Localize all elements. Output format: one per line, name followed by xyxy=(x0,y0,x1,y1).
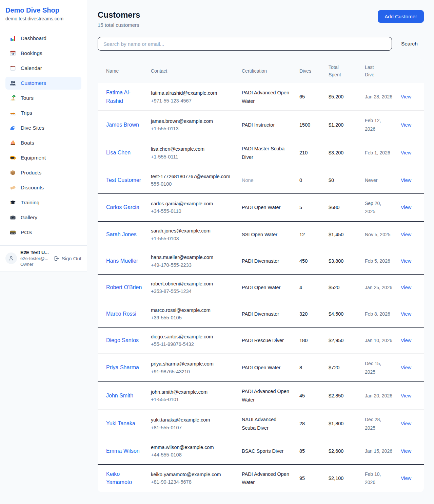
customer-email: carlos.garcia@example.com xyxy=(151,200,234,207)
customers-table-body: Fatima Al-Rashid fatima.alrashid@example… xyxy=(98,83,424,492)
sailboat-icon xyxy=(9,139,16,146)
customer-name-link[interactable]: Marco Rossi xyxy=(106,310,136,318)
customer-email: james.brown@example.com xyxy=(151,117,234,125)
customer-dives: 95 xyxy=(299,475,305,481)
view-customer-link[interactable]: View xyxy=(401,393,411,398)
customer-email: diego.santos@example.com xyxy=(151,333,234,340)
table-row: John Smith john.smith@example.com +1-555… xyxy=(98,382,424,410)
view-customer-link[interactable]: View xyxy=(401,150,411,155)
customer-phone: +1-555-0101 xyxy=(151,396,234,403)
customer-name-link[interactable]: Diego Santos xyxy=(106,336,139,345)
customer-name-link[interactable]: Test Customer xyxy=(106,176,141,185)
sign-out-icon xyxy=(54,256,59,261)
customer-name-link[interactable]: James Brown xyxy=(106,121,139,129)
view-customer-link[interactable]: View xyxy=(401,285,411,290)
sidebar-item-label: Trips xyxy=(21,110,32,116)
sidebar-item-trips[interactable]: Trips xyxy=(5,107,81,119)
customer-total-spent: $3,800 xyxy=(329,258,343,264)
column-header-last-dive: Last Dive xyxy=(361,59,397,83)
column-header-total-spent: Total Spent xyxy=(324,59,361,83)
customer-name-link[interactable]: Robert O'Brien xyxy=(106,283,142,292)
add-customer-button[interactable]: Add Customer xyxy=(378,10,424,23)
search-button[interactable]: Search xyxy=(401,41,418,47)
page-title: Customers xyxy=(98,10,140,20)
customer-last-dive: Nov 5, 2025 xyxy=(365,232,391,237)
search-row: Search xyxy=(98,37,424,51)
customer-dives: 8 xyxy=(299,365,302,370)
customer-total-spent: $2,850 xyxy=(329,393,343,398)
view-customer-link[interactable]: View xyxy=(401,338,411,343)
sidebar-item-bookings[interactable]: 17 Bookings xyxy=(5,47,81,60)
speedboat-icon xyxy=(9,110,16,116)
brand: Demo Dive Shop demo.test.divestreams.com xyxy=(0,0,87,27)
customer-dives: 4 xyxy=(299,285,302,290)
sidebar-item-products[interactable]: Products xyxy=(5,166,81,179)
graduation-cap-icon xyxy=(9,199,16,206)
sidebar-item-label: Dashboard xyxy=(21,35,46,41)
view-customer-link[interactable]: View xyxy=(401,94,411,99)
user-name: E2E Test U... xyxy=(20,250,50,255)
sidebar-item-training[interactable]: Training xyxy=(5,196,81,209)
customer-certification: NAUI Advanced Scuba Diver xyxy=(242,417,276,431)
column-header-certification: Certification xyxy=(238,59,295,83)
sidebar-item-calendar[interactable]: Calendar xyxy=(5,62,81,75)
sidebar-item-equipment[interactable]: Equipment xyxy=(5,151,81,164)
sidebar-item-tours[interactable]: Tours xyxy=(5,92,81,105)
sidebar-item-customers[interactable]: Customers xyxy=(5,77,81,90)
customer-phone: +44-555-0108 xyxy=(151,451,234,459)
table-header-row: Name Contact Certification Dives Total S… xyxy=(98,59,424,83)
sidebar-item-dive-sites[interactable]: Dive Sites xyxy=(5,122,81,134)
customer-name-link[interactable]: Lisa Chen xyxy=(106,149,131,157)
sidebar-item-label: Calendar xyxy=(21,65,42,71)
customer-name-link[interactable]: Priya Sharma xyxy=(106,363,139,372)
table-row: Carlos Garcia carlos.garcia@example.com … xyxy=(98,193,424,222)
table-row: Robert O'Brien robert.obrien@example.com… xyxy=(98,274,424,301)
search-input[interactable] xyxy=(98,37,392,51)
customer-dives: 0 xyxy=(299,178,302,183)
customer-last-dive: Dec 28, 2025 xyxy=(365,417,381,431)
view-customer-link[interactable]: View xyxy=(401,475,411,481)
table-row: Emma Wilson emma.wilson@example.com +44-… xyxy=(98,438,424,464)
table-row: Fatima Al-Rashid fatima.alrashid@example… xyxy=(98,83,424,111)
table-row: Test Customer test-1772681807767@example… xyxy=(98,167,424,193)
sidebar-item-boats[interactable]: Boats xyxy=(5,136,81,149)
calendar-pad-icon xyxy=(9,65,16,72)
sign-out-label: Sign Out xyxy=(62,256,81,261)
view-customer-link[interactable]: View xyxy=(401,448,411,454)
customer-name-link[interactable]: Carlos Garcia xyxy=(106,203,139,212)
view-customer-link[interactable]: View xyxy=(401,232,411,237)
customer-email: john.smith@example.com xyxy=(151,388,234,396)
customer-email: robert.obrien@example.com xyxy=(151,280,234,287)
customer-certification: PADI Open Water xyxy=(242,365,280,370)
customer-last-dive: Feb 12, 2026 xyxy=(365,118,381,132)
customer-name-link[interactable]: Fatima Al-Rashid xyxy=(106,89,143,106)
sidebar-item-gallery[interactable]: Gallery xyxy=(5,211,81,224)
customer-last-dive: Jan 10, 2026 xyxy=(365,338,392,343)
sidebar: Demo Dive Shop demo.test.divestreams.com… xyxy=(0,0,87,272)
view-customer-link[interactable]: View xyxy=(401,258,411,264)
customer-name-link[interactable]: Emma Wilson xyxy=(106,447,140,455)
customer-name-link[interactable]: Sarah Jones xyxy=(106,230,137,239)
view-customer-link[interactable]: View xyxy=(401,122,411,128)
customer-name-link[interactable]: John Smith xyxy=(106,392,133,400)
customer-dives: 5 xyxy=(299,205,302,210)
sidebar-item-pos[interactable]: POS xyxy=(5,226,81,239)
customer-last-dive: Jan 20, 2026 xyxy=(365,393,392,398)
sidebar-item-dashboard[interactable]: Dashboard xyxy=(5,32,81,45)
column-header-contact: Contact xyxy=(147,59,238,83)
view-customer-link[interactable]: View xyxy=(401,205,411,210)
customer-phone: +49-170-555-2233 xyxy=(151,261,234,269)
customer-certification: None xyxy=(242,178,254,183)
sidebar-item-discounts[interactable]: Discounts xyxy=(5,181,81,194)
view-customer-link[interactable]: View xyxy=(401,421,411,426)
sidebar-item-label: Discounts xyxy=(21,185,44,191)
island-icon xyxy=(9,95,16,101)
sign-out-button[interactable]: Sign Out xyxy=(54,256,81,261)
customer-certification: SSI Open Water xyxy=(242,232,277,237)
view-customer-link[interactable]: View xyxy=(401,311,411,317)
customer-name-link[interactable]: Keiko Yamamoto xyxy=(106,470,143,487)
view-customer-link[interactable]: View xyxy=(401,365,411,370)
customer-name-link[interactable]: Yuki Tanaka xyxy=(106,419,135,428)
customer-name-link[interactable]: Hans Mueller xyxy=(106,257,138,265)
view-customer-link[interactable]: View xyxy=(401,178,411,183)
